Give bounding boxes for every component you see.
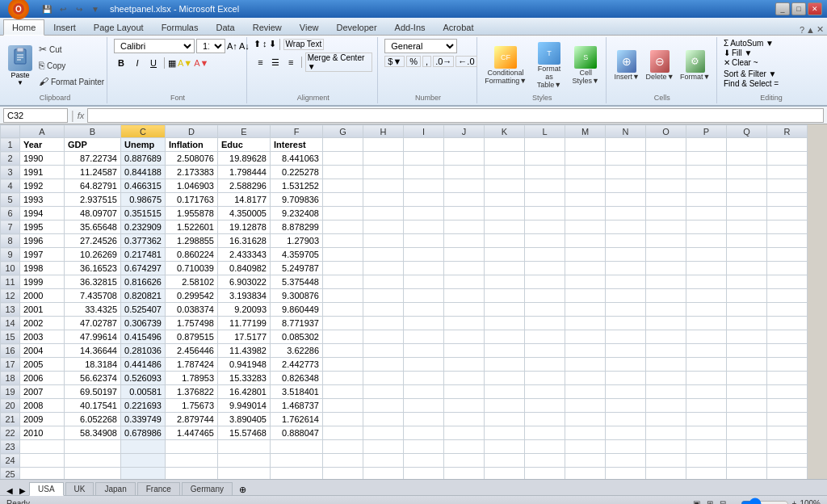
cell-Q16[interactable]: [727, 344, 767, 358]
row-header-7[interactable]: 7: [1, 220, 20, 234]
cell-N10[interactable]: [606, 262, 646, 275]
cell-Q3[interactable]: [727, 166, 767, 179]
cell-O9[interactable]: [646, 248, 686, 262]
cell-O22[interactable]: [646, 426, 686, 440]
cell-C18[interactable]: 0.526093: [121, 372, 166, 385]
sheet-tab-USA[interactable]: USA: [29, 482, 64, 496]
cell-P20[interactable]: [686, 399, 727, 413]
row-header-14[interactable]: 14: [1, 317, 20, 330]
cell-M4[interactable]: [565, 179, 606, 193]
cell-M23[interactable]: [565, 440, 606, 454]
row-header-16[interactable]: 16: [1, 344, 20, 358]
close-button[interactable]: ✕: [808, 2, 822, 15]
row-header-21[interactable]: 21: [1, 413, 20, 426]
col-header-L[interactable]: L: [525, 125, 565, 138]
undo-icon[interactable]: ↩: [57, 2, 69, 15]
cell-O24[interactable]: [646, 454, 686, 468]
tab-data[interactable]: Data: [207, 19, 243, 35]
cell-H12[interactable]: [363, 289, 404, 303]
cell-I22[interactable]: [404, 426, 444, 440]
cell-H21[interactable]: [363, 413, 404, 426]
cell-G4[interactable]: [323, 179, 363, 193]
cell-D24[interactable]: [166, 454, 218, 468]
cell-Q11[interactable]: [727, 275, 767, 289]
cell-J8[interactable]: [444, 234, 485, 248]
cell-O13[interactable]: [646, 303, 686, 317]
cell-G6[interactable]: [323, 207, 363, 220]
cell-L4[interactable]: [525, 179, 565, 193]
cell-I9[interactable]: [404, 248, 444, 262]
cell-C17[interactable]: 0.441486: [121, 358, 166, 372]
tab-acrobat[interactable]: Acrobat: [434, 19, 483, 35]
cell-M19[interactable]: [565, 385, 606, 399]
align-center-button[interactable]: ☰: [269, 55, 283, 69]
cell-H13[interactable]: [363, 303, 404, 317]
cell-B22[interactable]: 58.34908: [65, 426, 121, 440]
cell-K3[interactable]: [485, 166, 525, 179]
cell-I24[interactable]: [404, 454, 444, 468]
cell-B20[interactable]: 40.17541: [65, 399, 121, 413]
cell-L8[interactable]: [525, 234, 565, 248]
cell-E14[interactable]: 11.77199: [218, 317, 271, 330]
cell-L12[interactable]: [525, 289, 565, 303]
cell-Q4[interactable]: [727, 179, 767, 193]
row-header-9[interactable]: 9: [1, 248, 20, 262]
cell-P23[interactable]: [686, 440, 727, 454]
sheet-tab-France[interactable]: France: [137, 482, 180, 495]
cell-O14[interactable]: [646, 317, 686, 330]
cell-R4[interactable]: [767, 179, 808, 193]
cell-C9[interactable]: 0.217481: [121, 248, 166, 262]
cell-N13[interactable]: [606, 303, 646, 317]
cell-D18[interactable]: 1.78953: [166, 372, 218, 385]
cell-L6[interactable]: [525, 207, 565, 220]
cell-D25[interactable]: [166, 468, 218, 480]
decrease-font-icon[interactable]: A↓: [239, 41, 250, 51]
cell-B12[interactable]: 7.435708: [65, 289, 121, 303]
cell-D8[interactable]: 1.298855: [166, 234, 218, 248]
tab-developer[interactable]: Developer: [327, 19, 385, 35]
cell-K12[interactable]: [485, 289, 525, 303]
cell-R12[interactable]: [767, 289, 808, 303]
cell-D17[interactable]: 1.787424: [166, 358, 218, 372]
cell-J14[interactable]: [444, 317, 485, 330]
cell-Q15[interactable]: [727, 330, 767, 344]
cell-E15[interactable]: 17.5177: [218, 330, 271, 344]
col-header-D[interactable]: D: [166, 125, 218, 138]
cell-P10[interactable]: [686, 262, 727, 275]
cell-A7[interactable]: 1995: [20, 220, 65, 234]
cell-D22[interactable]: 1.447465: [166, 426, 218, 440]
cell-F20[interactable]: 1.468737: [271, 399, 323, 413]
cell-A8[interactable]: 1996: [20, 234, 65, 248]
maximize-button[interactable]: □: [791, 2, 806, 15]
cell-L18[interactable]: [525, 372, 565, 385]
cell-A24[interactable]: [20, 454, 65, 468]
cell-R15[interactable]: [767, 330, 808, 344]
cell-E25[interactable]: [218, 468, 271, 480]
col-header-K[interactable]: K: [485, 125, 525, 138]
cell-I18[interactable]: [404, 372, 444, 385]
cell-Q20[interactable]: [727, 399, 767, 413]
cell-R22[interactable]: [767, 426, 808, 440]
cell-C10[interactable]: 0.674297: [121, 262, 166, 275]
cell-P6[interactable]: [686, 207, 727, 220]
cell-K1[interactable]: [485, 138, 525, 152]
cell-F7[interactable]: 8.878299: [271, 220, 323, 234]
cell-A17[interactable]: 2005: [20, 358, 65, 372]
cell-E2[interactable]: 19.89628: [218, 152, 271, 166]
wrap-text-button[interactable]: Wrap Text: [283, 39, 325, 50]
save-icon[interactable]: 💾: [40, 2, 53, 15]
cell-B25[interactable]: [65, 468, 121, 480]
cell-P15[interactable]: [686, 330, 727, 344]
cell-O10[interactable]: [646, 262, 686, 275]
cell-A21[interactable]: 2009: [20, 413, 65, 426]
cell-M15[interactable]: [565, 330, 606, 344]
view-pagebreak-icon[interactable]: ⊟: [720, 499, 726, 504]
cell-F18[interactable]: 0.826348: [271, 372, 323, 385]
zoom-out-icon[interactable]: –: [733, 499, 737, 504]
cell-K11[interactable]: [485, 275, 525, 289]
cell-P9[interactable]: [686, 248, 727, 262]
cell-I17[interactable]: [404, 358, 444, 372]
cell-M14[interactable]: [565, 317, 606, 330]
cell-L2[interactable]: [525, 152, 565, 166]
cell-G8[interactable]: [323, 234, 363, 248]
